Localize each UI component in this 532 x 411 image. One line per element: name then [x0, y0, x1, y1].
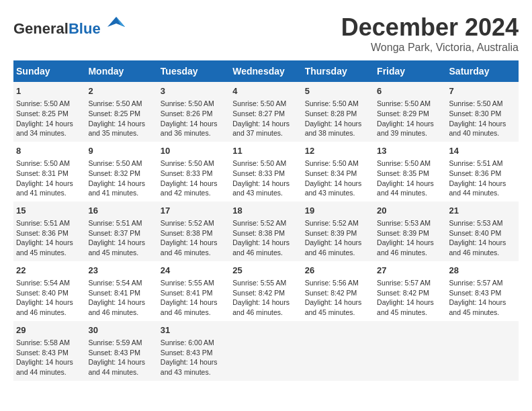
page-header: GeneralBlue December 2024 Wonga Park, Vi…: [13, 13, 519, 54]
header-thursday: Thursday: [302, 60, 374, 82]
calendar-cell: 29Sunrise: 5:58 AMSunset: 8:43 PMDayligh…: [13, 321, 85, 381]
sunrise-text: Sunrise: 5:50 AM: [88, 159, 142, 167]
header-saturday: Saturday: [447, 60, 519, 82]
calendar-cell: 5Sunrise: 5:50 AMSunset: 8:28 PMDaylight…: [302, 82, 374, 142]
header-wednesday: Wednesday: [230, 60, 302, 82]
calendar-cell: 20Sunrise: 5:53 AMSunset: 8:39 PMDayligh…: [374, 201, 446, 261]
day-number: 27: [377, 265, 443, 277]
calendar-cell: [374, 321, 446, 381]
sunrise-text: Sunrise: 5:50 AM: [305, 159, 359, 167]
calendar-cell: 16Sunrise: 5:51 AMSunset: 8:37 PMDayligh…: [85, 201, 157, 261]
sunset-text: Sunset: 8:30 PM: [449, 109, 502, 118]
calendar-week-row: 15Sunrise: 5:51 AMSunset: 8:36 PMDayligh…: [13, 201, 519, 261]
day-number: 31: [161, 324, 227, 336]
day-number: 17: [161, 205, 227, 217]
header-friday: Friday: [374, 60, 446, 82]
calendar-cell: 8Sunrise: 5:50 AMSunset: 8:31 PMDaylight…: [13, 142, 85, 201]
day-number: 5: [305, 85, 371, 97]
day-number: 9: [88, 145, 154, 157]
sunrise-text: Sunrise: 5:53 AM: [377, 219, 431, 227]
calendar-cell: 7Sunrise: 5:50 AMSunset: 8:30 PMDaylight…: [447, 82, 519, 142]
header-tuesday: Tuesday: [158, 60, 230, 82]
day-number: 11: [232, 145, 299, 157]
sunrise-text: Sunrise: 5:50 AM: [161, 99, 214, 107]
sunrise-text: Sunrise: 5:50 AM: [449, 99, 503, 107]
daylight-text: Daylight: 14 hours and 36 minutes.: [161, 120, 218, 138]
daylight-text: Daylight: 14 hours and 38 minutes.: [305, 120, 362, 138]
day-number: 1: [16, 85, 83, 97]
sunset-text: Sunset: 8:38 PM: [232, 229, 285, 237]
calendar-cell: 19Sunrise: 5:52 AMSunset: 8:39 PMDayligh…: [302, 201, 374, 261]
calendar-cell: 17Sunrise: 5:52 AMSunset: 8:38 PMDayligh…: [158, 201, 230, 261]
sunrise-text: Sunrise: 5:53 AM: [449, 219, 503, 227]
day-number: 13: [377, 145, 443, 157]
day-number: 21: [449, 205, 516, 217]
sunset-text: Sunset: 8:42 PM: [232, 289, 285, 297]
sunset-text: Sunset: 8:36 PM: [16, 229, 69, 237]
sunset-text: Sunset: 8:43 PM: [88, 349, 140, 357]
calendar-cell: 25Sunrise: 5:55 AMSunset: 8:42 PMDayligh…: [230, 261, 302, 321]
calendar-week-row: 29Sunrise: 5:58 AMSunset: 8:43 PMDayligh…: [13, 321, 519, 381]
day-number: 12: [305, 145, 371, 157]
daylight-text: Daylight: 14 hours and 46 minutes.: [232, 298, 290, 316]
day-number: 25: [232, 265, 299, 277]
daylight-text: Daylight: 14 hours and 46 minutes.: [16, 298, 73, 316]
sunset-text: Sunset: 8:27 PM: [232, 109, 285, 118]
sunrise-text: Sunrise: 5:59 AM: [88, 338, 142, 347]
daylight-text: Daylight: 14 hours and 41 minutes.: [88, 179, 145, 197]
sunset-text: Sunset: 8:25 PM: [88, 109, 140, 118]
sunset-text: Sunset: 8:41 PM: [88, 289, 140, 297]
sunset-text: Sunset: 8:33 PM: [161, 169, 213, 177]
sunrise-text: Sunrise: 5:57 AM: [377, 279, 431, 287]
calendar-cell: 21Sunrise: 5:53 AMSunset: 8:40 PMDayligh…: [447, 201, 519, 261]
calendar-cell: 3Sunrise: 5:50 AMSunset: 8:26 PMDaylight…: [158, 82, 230, 142]
daylight-text: Daylight: 14 hours and 43 minutes.: [232, 179, 290, 197]
sunset-text: Sunset: 8:41 PM: [161, 289, 213, 297]
day-number: 30: [88, 324, 154, 336]
sunset-text: Sunset: 8:28 PM: [305, 109, 357, 118]
sunrise-text: Sunrise: 5:54 AM: [88, 279, 142, 287]
sunset-text: Sunset: 8:42 PM: [377, 289, 429, 297]
sunset-text: Sunset: 8:36 PM: [449, 169, 502, 177]
day-number: 24: [161, 265, 227, 277]
logo: GeneralBlue: [13, 13, 126, 37]
day-number: 14: [449, 145, 516, 157]
sunrise-text: Sunrise: 5:57 AM: [449, 279, 503, 287]
calendar-cell: 24Sunrise: 5:55 AMSunset: 8:41 PMDayligh…: [158, 261, 230, 321]
day-number: 22: [16, 265, 83, 277]
calendar-table: SundayMondayTuesdayWednesdayThursdayFrid…: [13, 60, 519, 381]
day-number: 3: [161, 85, 227, 97]
sunset-text: Sunset: 8:38 PM: [161, 229, 213, 237]
sunset-text: Sunset: 8:43 PM: [449, 289, 502, 297]
calendar-cell: 12Sunrise: 5:50 AMSunset: 8:34 PMDayligh…: [302, 142, 374, 201]
sunrise-text: Sunrise: 5:58 AM: [16, 338, 70, 347]
calendar-week-row: 22Sunrise: 5:54 AMSunset: 8:40 PMDayligh…: [13, 261, 519, 321]
daylight-text: Daylight: 14 hours and 45 minutes.: [16, 238, 73, 257]
sunrise-text: Sunrise: 5:50 AM: [232, 99, 286, 107]
daylight-text: Daylight: 14 hours and 44 minutes.: [16, 358, 73, 376]
header-monday: Monday: [85, 60, 157, 82]
day-number: 6: [377, 85, 443, 97]
day-number: 20: [377, 205, 443, 217]
calendar-cell: 6Sunrise: 5:50 AMSunset: 8:29 PMDaylight…: [374, 82, 446, 142]
calendar-cell: [230, 321, 302, 381]
sunrise-text: Sunrise: 5:55 AM: [161, 279, 214, 287]
daylight-text: Daylight: 14 hours and 46 minutes.: [161, 238, 218, 257]
sunrise-text: Sunrise: 5:50 AM: [377, 99, 431, 107]
sunset-text: Sunset: 8:26 PM: [161, 109, 213, 118]
daylight-text: Daylight: 14 hours and 45 minutes.: [449, 298, 506, 316]
calendar-cell: 13Sunrise: 5:50 AMSunset: 8:35 PMDayligh…: [374, 142, 446, 201]
sunrise-text: Sunrise: 5:50 AM: [16, 159, 70, 167]
calendar-cell: 31Sunrise: 6:00 AMSunset: 8:43 PMDayligh…: [158, 321, 230, 381]
sunrise-text: Sunrise: 5:50 AM: [305, 99, 359, 107]
sunset-text: Sunset: 8:25 PM: [16, 109, 69, 118]
sunrise-text: Sunrise: 6:00 AM: [161, 338, 214, 347]
logo-general-text: General: [13, 20, 69, 37]
daylight-text: Daylight: 14 hours and 35 minutes.: [88, 120, 145, 138]
day-number: 4: [232, 85, 299, 97]
calendar-cell: 14Sunrise: 5:51 AMSunset: 8:36 PMDayligh…: [447, 142, 519, 201]
sunset-text: Sunset: 8:35 PM: [377, 169, 429, 177]
sunrise-text: Sunrise: 5:52 AM: [232, 219, 286, 227]
daylight-text: Daylight: 14 hours and 39 minutes.: [377, 120, 434, 138]
day-number: 26: [305, 265, 371, 277]
